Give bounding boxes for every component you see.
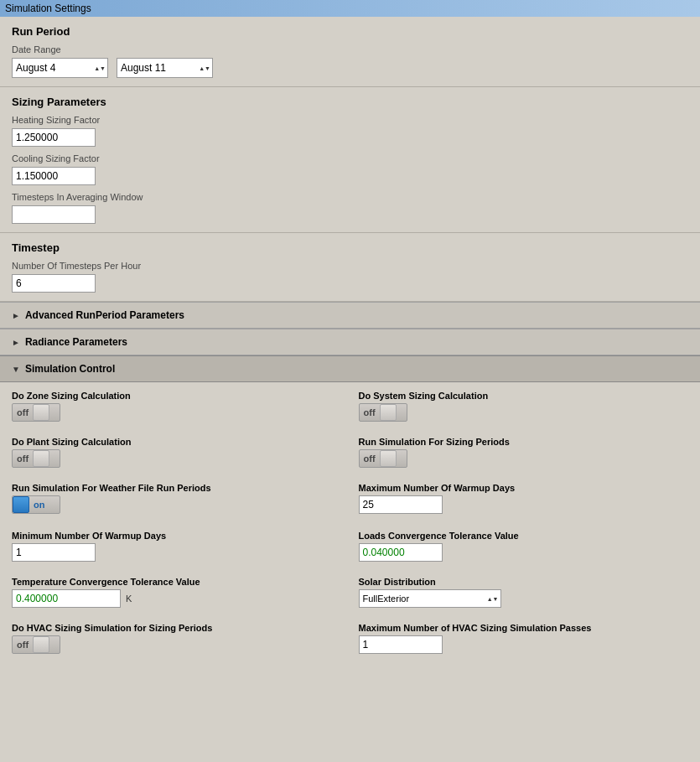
min-warmup-input[interactable] [12, 543, 96, 562]
solar-dist-wrapper: FullExterior FullInteriorAndExterior Ful… [359, 589, 501, 608]
run-sim-weather-toggle[interactable]: on [12, 495, 60, 514]
timestep-section: Timestep Number Of Timesteps Per Hour [0, 233, 700, 302]
temp-conv-input-row: K [12, 589, 342, 608]
run-sim-weather-label: Run Simulation For Weather File Run Peri… [12, 483, 342, 493]
max-warmup-input[interactable] [359, 495, 443, 514]
temp-conv-label: Temperature Convergence Tolerance Value [12, 577, 342, 587]
cooling-sizing-input[interactable] [12, 167, 96, 185]
heating-sizing-label: Heating Sizing Factor [12, 115, 688, 125]
temp-conv-group: Temperature Convergence Tolerance Value … [12, 577, 342, 608]
do-hvac-sizing-text: off [13, 640, 33, 650]
simulation-control-arrow: ▼ [12, 365, 20, 374]
temp-conv-unit: K [126, 594, 132, 604]
loads-conv-input[interactable] [359, 543, 443, 562]
solar-dist-select[interactable]: FullExterior FullInteriorAndExterior Ful… [359, 589, 501, 608]
do-hvac-sizing-knob [33, 636, 49, 653]
end-date-wrapper: August 11 January 1 September 1 December… [117, 58, 213, 78]
do-plant-sizing-toggle[interactable]: off [12, 449, 60, 468]
run-sim-sizing-knob [380, 450, 397, 467]
run-sim-sizing-text: off [360, 454, 380, 464]
do-system-sizing-text: off [360, 407, 380, 417]
max-warmup-group: Maximum Number Of Warmup Days [359, 483, 689, 516]
do-plant-sizing-text: off [13, 454, 33, 464]
advanced-runperiod-header[interactable]: ► Advanced RunPeriod Parameters [0, 302, 700, 329]
heating-sizing-input[interactable] [12, 128, 96, 147]
solar-dist-group: Solar Distribution FullExterior FullInte… [359, 577, 689, 608]
do-plant-sizing-label: Do Plant Sizing Calculation [12, 437, 342, 447]
max-hvac-passes-input[interactable] [359, 635, 443, 654]
min-warmup-label: Minimum Number Of Warmup Days [12, 531, 342, 541]
run-sim-weather-group: Run Simulation For Weather File Run Peri… [12, 483, 342, 516]
do-system-sizing-group: Do System Sizing Calculation off [359, 391, 689, 422]
radiance-label: Radiance Parameters [25, 336, 127, 348]
timesteps-per-hour-input[interactable] [12, 274, 96, 293]
main-content: Run Period Date Range August 4 January 1… [0, 17, 700, 669]
do-zone-sizing-text: off [13, 407, 33, 417]
advanced-runperiod-label: Advanced RunPeriod Parameters [25, 309, 184, 321]
radiance-parameters-header[interactable]: ► Radiance Parameters [0, 329, 700, 355]
do-system-sizing-label: Do System Sizing Calculation [359, 391, 689, 401]
min-warmup-group: Minimum Number Of Warmup Days [12, 531, 342, 562]
timestep-title: Timestep [12, 241, 688, 254]
do-hvac-sizing-group: Do HVAC Sizing Simulation for Sizing Per… [12, 623, 342, 654]
run-sim-weather-knob [13, 496, 29, 513]
solar-dist-label: Solar Distribution [359, 577, 689, 587]
do-zone-sizing-toggle[interactable]: off [12, 403, 60, 422]
run-sim-sizing-toggle[interactable]: off [359, 449, 407, 468]
run-sim-sizing-group: Run Simulation For Sizing Periods off [359, 437, 689, 468]
run-sim-sizing-label: Run Simulation For Sizing Periods [359, 437, 689, 447]
timesteps-avg-label: Timesteps In Averaging Window [12, 192, 688, 202]
cooling-sizing-label: Cooling Sizing Factor [12, 153, 688, 163]
max-warmup-label: Maximum Number Of Warmup Days [359, 483, 689, 493]
sim-control-grid: Do Zone Sizing Calculation off Do System… [12, 391, 688, 661]
do-zone-sizing-group: Do Zone Sizing Calculation off [12, 391, 342, 422]
simulation-control-body: Do Zone Sizing Calculation off Do System… [0, 382, 700, 669]
title-bar: Simulation Settings [0, 0, 700, 17]
title-text: Simulation Settings [5, 3, 91, 14]
max-hvac-passes-group: Maximum Number of HVAC Sizing Simulation… [359, 623, 689, 654]
do-zone-sizing-label: Do Zone Sizing Calculation [12, 391, 342, 401]
sizing-parameters-title: Sizing Parameters [12, 96, 688, 108]
do-hvac-sizing-label: Do HVAC Sizing Simulation for Sizing Per… [12, 623, 342, 633]
do-plant-sizing-knob [33, 450, 49, 467]
do-plant-sizing-group: Do Plant Sizing Calculation off [12, 437, 342, 468]
do-system-sizing-toggle[interactable]: off [359, 403, 407, 422]
timesteps-avg-input[interactable] [12, 205, 96, 224]
loads-conv-label: Loads Convergence Tolerance Value [359, 531, 689, 541]
run-period-section: Run Period Date Range August 4 January 1… [0, 17, 700, 87]
start-date-wrapper: August 4 January 1 February 1 March 1 [12, 58, 108, 78]
run-period-title: Run Period [12, 25, 688, 38]
timesteps-per-hour-label: Number Of Timesteps Per Hour [12, 261, 688, 271]
simulation-control-header[interactable]: ▼ Simulation Control [0, 355, 700, 382]
date-range-label: Date Range [12, 44, 688, 54]
sizing-parameters-section: Sizing Parameters Heating Sizing Factor … [0, 87, 700, 233]
simulation-control-label: Simulation Control [25, 363, 115, 375]
loads-conv-group: Loads Convergence Tolerance Value [359, 531, 689, 562]
advanced-runperiod-arrow: ► [12, 311, 20, 320]
end-date-select[interactable]: August 11 January 1 September 1 December… [117, 58, 213, 78]
do-hvac-sizing-toggle[interactable]: off [12, 635, 60, 654]
temp-conv-input[interactable] [12, 589, 121, 608]
do-zone-sizing-knob [33, 404, 49, 421]
radiance-arrow: ► [12, 338, 20, 347]
run-sim-weather-text: on [29, 500, 49, 510]
do-system-sizing-knob [380, 404, 397, 421]
date-row: August 4 January 1 February 1 March 1 Au… [12, 58, 688, 78]
start-date-select[interactable]: August 4 January 1 February 1 March 1 [12, 58, 108, 78]
max-hvac-passes-label: Maximum Number of HVAC Sizing Simulation… [359, 623, 689, 633]
